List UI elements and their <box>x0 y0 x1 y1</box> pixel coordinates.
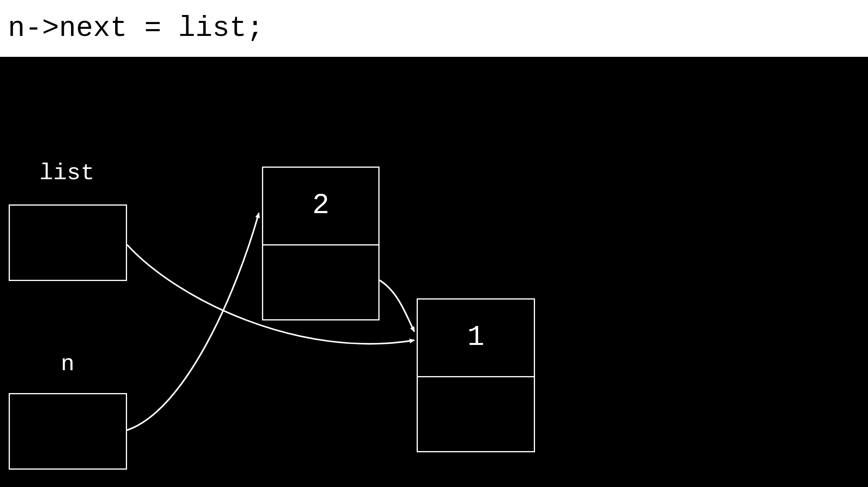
list-pointer-box <box>9 204 127 281</box>
arrow-n-to-node2 <box>127 213 259 430</box>
node-2-divider <box>263 244 378 245</box>
n-pointer-box <box>9 393 127 470</box>
node-1-value: 1 <box>418 321 534 354</box>
n-label: n <box>61 351 75 377</box>
node-2-box: 2 <box>262 167 380 320</box>
arrow-node2-to-node1 <box>380 280 414 332</box>
node-1-divider <box>418 376 534 377</box>
code-line: n->next = list; <box>0 0 868 57</box>
list-label: list <box>39 160 94 186</box>
node-1-box: 1 <box>417 298 535 452</box>
node-2-value: 2 <box>263 189 378 222</box>
